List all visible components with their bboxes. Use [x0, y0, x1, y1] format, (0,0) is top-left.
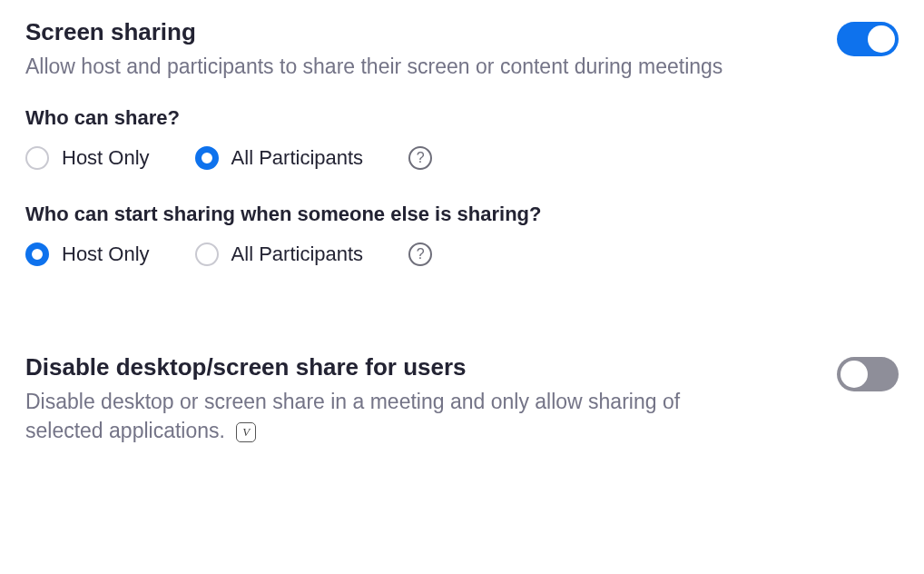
- radio-icon: [195, 242, 219, 266]
- who-can-start-options: Host Only All Participants ?: [25, 242, 722, 266]
- screen-sharing-setting: Screen sharing Allow host and participan…: [25, 18, 899, 299]
- who-can-share-host-only-option[interactable]: Host Only: [25, 146, 150, 170]
- varies-by-version-icon[interactable]: V: [236, 422, 256, 442]
- screen-sharing-toggle[interactable]: [837, 22, 899, 56]
- radio-icon: [25, 242, 49, 266]
- who-can-start-host-only-label: Host Only: [62, 242, 150, 266]
- disable-desktop-content: Disable desktop/screen share for users D…: [25, 353, 733, 470]
- toggle-knob-icon: [840, 361, 868, 388]
- toggle-knob-icon: [868, 25, 895, 53]
- who-can-share-host-only-label: Host Only: [62, 146, 150, 170]
- screen-sharing-title: Screen sharing: [25, 18, 722, 46]
- disable-desktop-title: Disable desktop/screen share for users: [25, 353, 733, 381]
- radio-icon: [195, 146, 219, 170]
- help-icon[interactable]: ?: [408, 146, 432, 170]
- disable-desktop-share-setting: Disable desktop/screen share for users D…: [25, 353, 899, 470]
- who-can-share-all-participants-option[interactable]: All Participants: [195, 146, 364, 170]
- who-can-start-question: Who can start sharing when someone else …: [25, 203, 722, 226]
- screen-sharing-description: Allow host and participants to share the…: [25, 52, 722, 81]
- who-can-start-host-only-option[interactable]: Host Only: [25, 242, 150, 266]
- who-can-start-all-participants-option[interactable]: All Participants: [195, 242, 364, 266]
- who-can-share-all-participants-label: All Participants: [231, 146, 364, 170]
- help-icon[interactable]: ?: [408, 242, 432, 266]
- who-can-share-question: Who can share?: [25, 106, 722, 130]
- radio-icon: [25, 146, 49, 170]
- disable-desktop-toggle[interactable]: [837, 357, 899, 391]
- disable-desktop-description: Disable desktop or screen share in a mee…: [25, 387, 733, 445]
- screen-sharing-content: Screen sharing Allow host and participan…: [25, 18, 722, 299]
- who-can-share-options: Host Only All Participants ?: [25, 146, 722, 170]
- who-can-start-all-participants-label: All Participants: [231, 242, 364, 266]
- disable-desktop-description-text: Disable desktop or screen share in a mee…: [25, 390, 680, 442]
